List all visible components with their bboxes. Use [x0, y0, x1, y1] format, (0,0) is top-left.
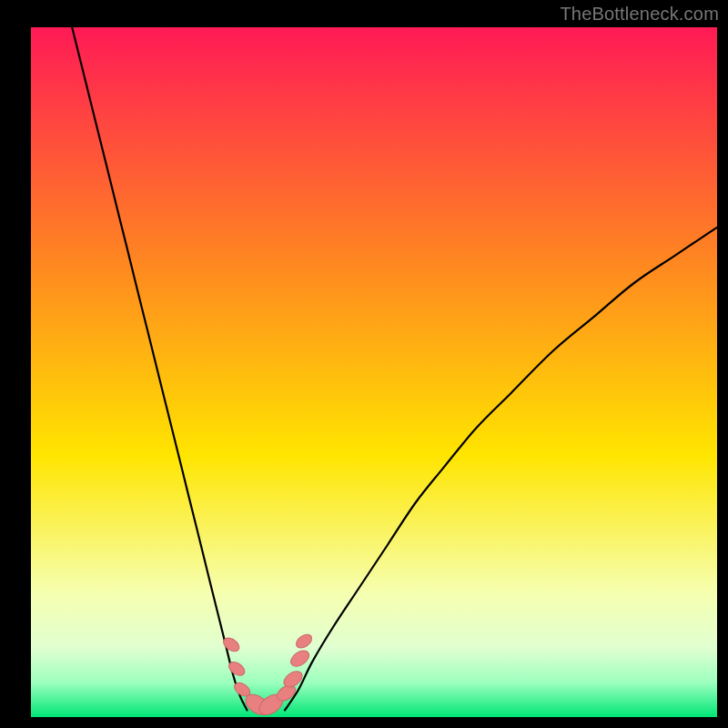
- chart-svg: [0, 0, 728, 728]
- plot-background: [31, 27, 717, 717]
- watermark-text: TheBottleneck.com: [560, 4, 719, 25]
- chart-frame: TheBottleneck.com: [0, 0, 728, 728]
